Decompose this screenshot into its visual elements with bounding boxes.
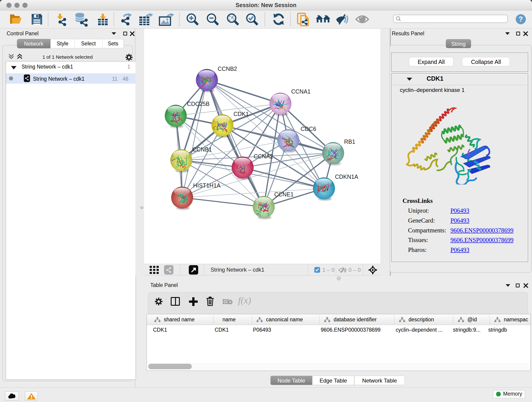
svg-text:CDC25B: CDC25B (187, 101, 210, 107)
svg-text:RB1: RB1 (344, 138, 355, 145)
svg-text:CCNB2: CCNB2 (218, 65, 237, 72)
svg-text:CDKN1A: CDKN1A (335, 173, 358, 180)
svg-text:HIST1H1A: HIST1H1A (193, 182, 221, 189)
svg-text:CDK1: CDK1 (234, 111, 249, 117)
svg-text:CCNA2: CCNA2 (254, 153, 273, 160)
svg-text:CCNE1: CCNE1 (274, 191, 294, 198)
svg-text:CDC6: CDC6 (301, 126, 316, 132)
svg-text:CCNA1: CCNA1 (291, 88, 311, 95)
svg-text:CCNB1: CCNB1 (192, 146, 212, 153)
